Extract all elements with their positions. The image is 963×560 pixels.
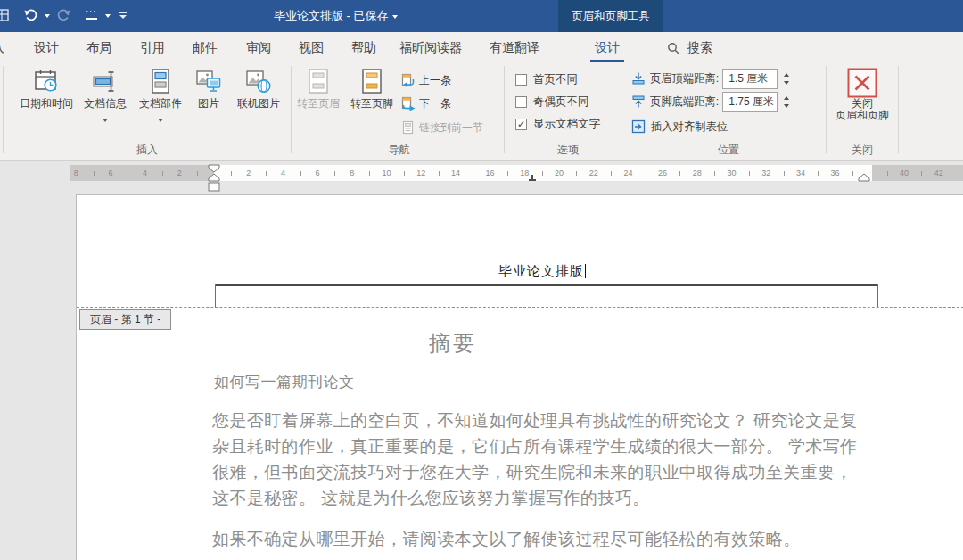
next-icon [401,96,416,111]
body-line: 您是否盯着屏幕上的空白页，不知道如何处理具有挑战性的研究论文？ 研究论文是复 [212,408,857,433]
ruler-number: 16 [486,165,495,181]
checkbox-different-first-page[interactable]: 首页不同 [515,71,578,87]
checkbox-icon[interactable] [515,96,527,108]
ruler-tick [300,171,301,176]
tab-references[interactable]: 引用 [140,32,165,62]
tab-design[interactable]: 设计 [34,32,59,62]
tab-youdao-translate[interactable]: 有道翻译 [490,32,539,62]
ruler-tick [714,171,715,176]
tab-header-footer-design[interactable]: 设计 [590,32,624,62]
title-dropdown-caret[interactable] [392,15,398,19]
ruler-number: 26 [658,165,667,181]
group-label-navigation: 导航 [294,143,504,158]
header-from-top-row: 页眉顶端距离: 1.5 厘米 [631,68,790,89]
tab-insert-partial[interactable]: 入 [0,32,4,62]
header-section-tag: 页眉 - 第 1 节 - [79,309,171,330]
border-tool-caret[interactable] [105,14,111,18]
next-button[interactable]: 下一条 [401,95,451,112]
header-underline-right-tick [877,284,878,308]
alignment-tab-icon [631,119,646,134]
group-label-options: 选项 [506,143,630,158]
ruler-tick [611,171,612,176]
ruler-number: 34 [796,165,805,181]
spin-up-button[interactable] [782,70,790,78]
ruler-number: 42 [934,165,943,181]
ruler-tick [887,171,888,176]
left-indent-marker[interactable] [208,182,220,192]
footer-distance-input[interactable]: 1.75 厘米 [722,92,778,112]
spin-up-button[interactable] [782,94,790,102]
group-label-insert: 插入 [4,143,291,158]
header-boundary-line [77,307,963,308]
search-control[interactable]: 搜索 [667,32,712,62]
header-underline [215,284,878,286]
tab-layout[interactable]: 布局 [86,32,111,62]
hanging-indent-marker[interactable] [208,173,220,182]
body-line: 这不是秘密。 这就是为什么您应该努力掌握写作的技巧。 [212,485,857,511]
checkbox-show-document-text[interactable]: ✓ 显示文档文字 [515,116,600,132]
ruler-tick [128,171,128,176]
ruler-number: 8 [350,165,354,181]
table-tool-icon[interactable] [0,7,11,23]
group-divider [504,66,505,153]
ruler-tick [576,171,577,176]
checkbox-icon[interactable] [515,74,527,86]
header-text[interactable]: 毕业论文排版 [498,263,586,280]
close-header-footer-button[interactable]: 关闭页眉和页脚 [827,66,897,121]
tab-foxit-reader[interactable]: 福昕阅读器 [399,32,462,62]
ruler-tick [94,171,95,176]
quick-parts-button[interactable]: 文档部件 [134,66,187,126]
group-navigation: 转至页眉 转至页脚 上一条 下一条 链接到前一节 导航 [294,62,504,160]
previous-button[interactable]: 上一条 [401,71,451,89]
ruler-tick [473,171,473,176]
undo-dropdown-caret[interactable] [45,14,50,18]
document-info-button[interactable]: 文档信息 [78,66,132,126]
tab-help[interactable]: 帮助 [351,32,376,62]
footer-from-bottom-row: 页脚底端距离: 1.75 厘米 [631,91,790,112]
ruler-text-area [214,165,872,181]
ruler-number: 20 [555,165,564,181]
ruler-tick [197,171,198,176]
footer-distance-icon [631,95,646,109]
group-divider [630,66,630,153]
document-page[interactable]: 毕业论文排版 页眉 - 第 1 节 - 摘要 如何写一篇期刊论文 您是否盯着屏幕… [76,194,963,560]
document-title-text: 毕业论文排版 - 已保存 [274,9,389,22]
alignment-tab-label: 插入对齐制表位 [651,119,728,135]
online-pictures-icon [230,66,287,96]
spin-down-button[interactable] [782,102,790,110]
tab-review[interactable]: 审阅 [246,32,271,62]
customize-qat-icon[interactable] [119,12,127,13]
checkbox-different-odd-even[interactable]: 奇偶页不同 [515,94,589,110]
tab-view[interactable]: 视图 [299,32,324,62]
pictures-button[interactable]: 图片 [189,66,228,110]
header-distance-input[interactable]: 1.5 厘米 [722,69,778,89]
ruler-tick [852,171,853,176]
customize-qat-caret[interactable] [119,15,127,19]
ruler-tick [266,171,267,176]
horizontal-ruler[interactable]: 8642246810121416182022242628303234364042 [0,165,963,181]
ruler-number: 12 [416,165,425,181]
online-pictures-button[interactable]: 联机图片 [230,66,287,110]
right-indent-marker[interactable] [858,173,870,182]
tab-stop-marker[interactable] [528,175,537,182]
goto-footer-button[interactable]: 转至页脚 [344,66,399,110]
date-time-button[interactable]: 日期和时间 [12,66,80,110]
first-line-indent-marker[interactable] [208,164,220,173]
tab-mailings[interactable]: 邮件 [193,32,218,62]
ribbon-tab-row: 入 设计 布局 引用 邮件 审阅 视图 帮助 福昕阅读器 有道翻译 设计 搜索 [0,32,963,62]
ruler-number: 8 [74,165,78,181]
border-tool-icon[interactable] [84,7,100,23]
contextual-tool-label: 页眉和页脚工具 [558,0,663,32]
checkbox-icon[interactable]: ✓ [515,119,527,130]
group-insert: 日期和时间 文档信息 文档部件 图片 联机图片 插入 [4,62,291,160]
ribbon: 日期和时间 文档信息 文档部件 图片 联机图片 插入 转至页眉 转至 [0,62,963,161]
document-workspace: 8642246810121416182022242628303234364042… [0,161,963,560]
document-info-caret [103,119,108,122]
undo-icon[interactable] [23,7,39,23]
insert-alignment-tab-button[interactable]: 插入对齐制表位 [631,116,728,137]
link-to-previous-button: 链接到前一节 [401,119,483,136]
spin-down-button[interactable] [782,78,790,86]
document-title[interactable]: 毕业论文排版 - 已保存 [274,0,398,32]
ruler-tick [646,171,646,176]
ruler-tick [507,171,508,176]
